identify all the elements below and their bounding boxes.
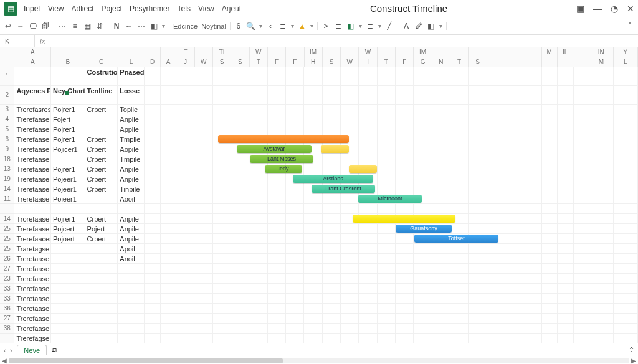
cell[interactable] xyxy=(469,124,487,134)
cell[interactable]: Topile xyxy=(118,105,145,114)
cell[interactable] xyxy=(505,114,523,124)
row-header[interactable]: 4 xyxy=(0,114,14,124)
cell[interactable] xyxy=(249,234,267,244)
cell[interactable] xyxy=(396,154,414,164)
cell[interactable] xyxy=(194,154,212,164)
cell[interactable] xyxy=(505,144,523,154)
cell[interactable] xyxy=(542,194,558,204)
cell[interactable] xyxy=(145,324,160,334)
cell[interactable] xyxy=(589,124,614,134)
cell[interactable] xyxy=(213,86,231,105)
cell[interactable] xyxy=(487,324,505,334)
cell[interactable]: Pojrer1 xyxy=(51,214,85,224)
cell[interactable] xyxy=(145,244,160,254)
textcolor-icon[interactable]: A̲ xyxy=(402,22,411,30)
cell[interactable] xyxy=(558,214,573,224)
cell[interactable] xyxy=(231,67,249,86)
cell[interactable] xyxy=(286,134,304,144)
back-icon[interactable]: ‹ xyxy=(266,22,275,30)
align3-icon[interactable]: ≣ xyxy=(366,22,374,30)
cell[interactable] xyxy=(249,314,267,324)
cell[interactable] xyxy=(396,304,414,314)
cell[interactable] xyxy=(304,134,322,144)
cell[interactable] xyxy=(450,204,469,214)
cell[interactable] xyxy=(558,67,573,86)
cell[interactable] xyxy=(523,334,541,343)
cell[interactable] xyxy=(396,334,414,343)
chevron-down-icon[interactable]: ▾ xyxy=(291,22,294,29)
cell[interactable] xyxy=(487,67,505,86)
cell[interactable] xyxy=(432,214,450,224)
cell[interactable] xyxy=(286,204,304,214)
style-label[interactable]: Edcince xyxy=(173,22,198,30)
row-header[interactable]: 14 xyxy=(0,214,14,224)
cell[interactable] xyxy=(523,184,541,194)
cell[interactable] xyxy=(304,304,322,314)
cell[interactable] xyxy=(341,264,359,274)
cell[interactable] xyxy=(286,294,304,304)
cell[interactable] xyxy=(542,274,558,284)
cell[interactable] xyxy=(194,314,212,324)
cell[interactable] xyxy=(574,274,589,284)
cell[interactable] xyxy=(614,224,638,234)
cell[interactable] xyxy=(85,124,118,134)
cell[interactable] xyxy=(450,224,469,234)
cell[interactable] xyxy=(194,204,212,214)
cell[interactable] xyxy=(614,144,638,154)
cell[interactable] xyxy=(231,234,249,244)
cell[interactable] xyxy=(145,234,160,244)
table-row[interactable]: 11TrerefaasePoieer1Aooil xyxy=(0,194,638,204)
cell[interactable] xyxy=(574,244,589,254)
col-header[interactable]: H xyxy=(305,57,323,67)
cell[interactable] xyxy=(558,144,573,154)
cell[interactable] xyxy=(396,194,414,204)
cell[interactable] xyxy=(304,244,322,254)
cell[interactable] xyxy=(450,244,469,254)
cell[interactable] xyxy=(396,105,414,114)
cell[interactable] xyxy=(51,254,85,264)
cell[interactable] xyxy=(359,314,377,324)
cell[interactable] xyxy=(341,214,359,224)
menu-item[interactable]: Poject xyxy=(102,4,122,13)
col-header[interactable]: T xyxy=(450,57,469,67)
cell[interactable] xyxy=(396,67,414,86)
cell[interactable] xyxy=(359,194,377,204)
cell[interactable] xyxy=(286,214,304,224)
cell[interactable] xyxy=(286,234,304,244)
cell[interactable] xyxy=(286,184,304,194)
cell[interactable] xyxy=(176,214,194,224)
cell[interactable]: Trerefaase xyxy=(14,164,51,174)
cell[interactable] xyxy=(558,244,573,254)
cell[interactable] xyxy=(574,124,589,134)
cell[interactable] xyxy=(487,114,505,124)
cell[interactable] xyxy=(523,214,541,224)
cell[interactable] xyxy=(341,254,359,264)
cell[interactable] xyxy=(558,314,573,324)
cell[interactable] xyxy=(450,105,469,114)
sheet-next-icon[interactable]: › xyxy=(10,347,12,354)
cell[interactable] xyxy=(414,124,432,134)
cell[interactable] xyxy=(487,144,505,154)
cell[interactable] xyxy=(542,124,558,134)
cell[interactable]: Trerefaase xyxy=(14,224,51,234)
cell[interactable] xyxy=(487,314,505,324)
cell[interactable]: Trerefaase xyxy=(14,264,51,274)
cell[interactable] xyxy=(469,324,487,334)
cell[interactable] xyxy=(378,264,396,274)
table-row[interactable]: 27Trerefaase xyxy=(0,314,638,324)
cell[interactable] xyxy=(323,234,341,244)
cell[interactable] xyxy=(213,234,231,244)
cell[interactable]: Crpert xyxy=(85,154,118,164)
cell[interactable] xyxy=(341,314,359,324)
cell[interactable] xyxy=(523,254,541,264)
cell[interactable] xyxy=(396,284,414,294)
cell[interactable] xyxy=(286,86,304,105)
cell[interactable] xyxy=(542,214,558,224)
horizontal-scrollbar[interactable]: ◀ ▶ xyxy=(0,357,638,364)
cell[interactable] xyxy=(542,294,558,304)
cell[interactable] xyxy=(341,244,359,254)
cell[interactable]: Pojrer1 xyxy=(51,124,85,134)
sheet-tab[interactable]: Neve xyxy=(17,345,47,355)
cell[interactable] xyxy=(323,154,341,164)
cell[interactable] xyxy=(341,294,359,304)
